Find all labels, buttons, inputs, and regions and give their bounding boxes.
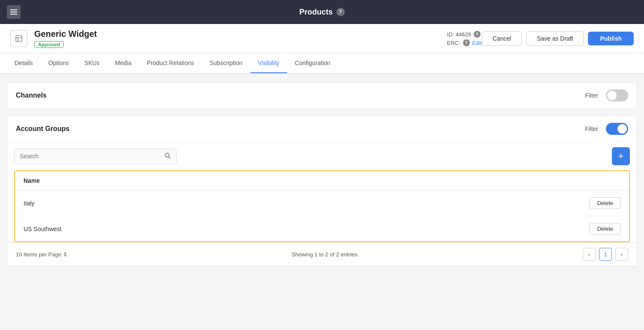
save-draft-button[interactable]: Save as Draft [526, 31, 584, 46]
product-icon [10, 30, 27, 47]
tab-nav: Details Options SKUs Media Product Relat… [0, 54, 644, 74]
table-row: US Southwest Delete [15, 216, 629, 242]
product-id: ID: 44628 [447, 31, 471, 38]
tab-skus[interactable]: SKUs [77, 54, 107, 73]
row-italy-action: Delete [344, 190, 629, 216]
channels-section: Channels Filter [7, 82, 637, 109]
current-page: 1 [599, 248, 612, 261]
row-ussouthwest-action: Delete [344, 216, 629, 242]
page-title-text: Products [299, 8, 332, 17]
column-actions [344, 171, 629, 190]
tab-visibility[interactable]: Visibility [250, 54, 287, 73]
pagination-showing: Showing 1 to 2 of 2 entries. [291, 251, 359, 258]
account-groups-table: Name Italy Delete US Southwest Del [15, 171, 629, 241]
search-wrapper [14, 149, 177, 164]
cancel-button[interactable]: Cancel [482, 31, 522, 46]
tab-product-relations[interactable]: Product Relations [139, 54, 202, 73]
tab-media[interactable]: Media [107, 54, 139, 73]
erc-label: ERC: [447, 40, 460, 46]
sidebar-toggle[interactable] [7, 5, 21, 19]
account-groups-title: Account Groups [16, 125, 69, 133]
channels-filter: Filter [585, 89, 628, 101]
publish-button[interactable]: Publish [588, 32, 634, 45]
id-help-icon[interactable]: ? [474, 31, 481, 38]
svg-rect-0 [16, 36, 22, 42]
product-erc-row: ERC: ? Edit [447, 39, 482, 46]
erc-help-icon[interactable]: ? [463, 39, 470, 46]
product-header: Generic Widget Approved ID: 44628 ? ERC:… [0, 24, 644, 54]
row-italy-name: Italy [15, 190, 344, 216]
pagination-left: 10 Items per Page ⇕ [16, 251, 68, 258]
svg-point-3 [165, 153, 169, 157]
tab-options[interactable]: Options [41, 54, 77, 73]
account-groups-filter-label: Filter [585, 125, 598, 132]
per-page-arrow: ⇕ [63, 251, 68, 258]
tab-details[interactable]: Details [7, 54, 41, 73]
account-groups-toolbar: + [7, 142, 637, 170]
account-groups-header: Account Groups Filter [7, 116, 637, 142]
column-name: Name [15, 171, 344, 190]
channels-filter-label: Filter [585, 92, 598, 99]
add-account-group-button[interactable]: + [612, 147, 630, 165]
delete-italy-button[interactable]: Delete [590, 197, 620, 209]
table-header-row: Name [15, 171, 629, 190]
search-input[interactable] [20, 153, 164, 160]
header-actions: Cancel Save as Draft Publish [482, 31, 634, 46]
account-groups-filter: Filter [585, 123, 628, 135]
tab-configuration[interactable]: Configuration [287, 54, 338, 73]
product-id-row: ID: 44628 ? [447, 31, 482, 38]
account-groups-section: Account Groups Filter + [7, 116, 637, 266]
table-row: Italy Delete [15, 190, 629, 216]
svg-line-4 [169, 157, 170, 158]
row-ussouthwest-name: US Southwest [15, 216, 344, 242]
product-name: Generic Widget [34, 29, 437, 39]
pagination-bar: 10 Items per Page ⇕ Showing 1 to 2 of 2 … [7, 242, 637, 266]
approved-badge: Approved [34, 41, 64, 48]
product-meta: ID: 44628 ? ERC: ? Edit [447, 31, 482, 46]
account-groups-table-wrapper: Name Italy Delete US Southwest Del [14, 170, 630, 242]
tab-subscription[interactable]: Subscription [202, 54, 250, 73]
page-title: Products ? [299, 8, 344, 17]
channels-title: Channels [16, 92, 47, 99]
main-content: Channels Filter Account Groups Filter [0, 74, 644, 275]
per-page-label: 10 Items per Page [16, 251, 61, 258]
delete-ussouthwest-button[interactable]: Delete [590, 223, 620, 235]
prev-page-button[interactable]: ‹ [583, 248, 596, 261]
edit-link[interactable]: Edit [472, 40, 482, 46]
top-nav: Products ? [0, 0, 644, 24]
search-icon[interactable] [164, 152, 171, 161]
product-info: Generic Widget Approved [34, 29, 437, 48]
account-groups-filter-toggle[interactable] [606, 123, 628, 135]
per-page-select[interactable]: 10 Items per Page ⇕ [16, 251, 68, 258]
next-page-button[interactable]: › [615, 248, 628, 261]
channels-filter-toggle[interactable] [606, 89, 628, 101]
pagination-right: ‹ 1 › [583, 248, 628, 261]
page-help-icon[interactable]: ? [336, 8, 345, 16]
